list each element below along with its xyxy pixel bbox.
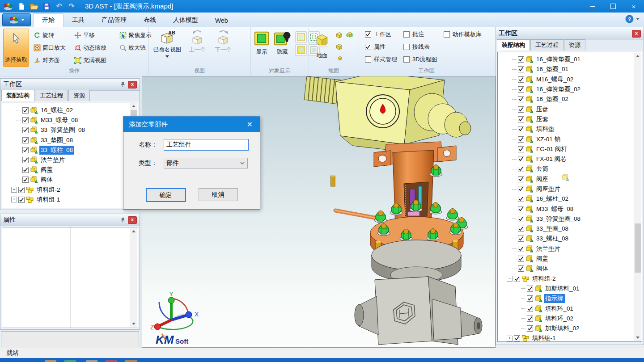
- checkbox-ws-wiring[interactable]: 接线表: [403, 43, 437, 51]
- tree-item-label[interactable]: 阀座垫片: [535, 185, 562, 194]
- tree-item-label[interactable]: 填料组-2: [35, 185, 62, 194]
- tree-item-label[interactable]: 填料环_01: [544, 304, 575, 313]
- tab-routing[interactable]: 布线: [135, 14, 165, 27]
- tool-rotate[interactable]: 旋转: [32, 29, 73, 41]
- close-panel-icon[interactable]: x: [632, 30, 641, 38]
- checkbox-icon[interactable]: [22, 167, 29, 173]
- cancel-button[interactable]: 取消: [199, 188, 238, 201]
- close-panel-icon[interactable]: x: [128, 81, 137, 88]
- tree-row[interactable]: FX-01 阀芯: [498, 154, 642, 164]
- tree-item-label[interactable]: 填料垫: [535, 125, 556, 134]
- pin-icon[interactable]: [119, 216, 126, 223]
- tree-row[interactable]: + 填料组-1: [2, 195, 138, 205]
- checkbox-icon[interactable]: [518, 196, 524, 202]
- tree-row[interactable]: 压套: [498, 114, 642, 124]
- display-hide-selected-button[interactable]: [295, 44, 307, 56]
- tree-item-label[interactable]: M33_螺母_08: [535, 205, 575, 214]
- checkbox-icon[interactable]: [527, 316, 533, 322]
- tree-row[interactable]: 指示牌: [498, 294, 642, 303]
- tree-row[interactable]: 法兰垫片: [498, 244, 642, 254]
- tree-row[interactable]: + 填料组-1: [498, 333, 642, 342]
- tree-item-label[interactable]: 填料组-1: [531, 334, 557, 342]
- tool-zoom-dynamic[interactable]: 动态缩放: [73, 42, 118, 53]
- close-button[interactable]: ×: [623, 0, 644, 13]
- tree-row[interactable]: 16_弹簧垫圈_01: [498, 55, 642, 64]
- checkbox-icon[interactable]: [518, 126, 524, 132]
- checkbox-ws-workspace[interactable]: 工作区: [365, 30, 397, 38]
- right-panel-tab[interactable]: 资源: [564, 39, 585, 51]
- checkbox-icon[interactable]: [518, 216, 524, 222]
- checkbox-icon[interactable]: [518, 136, 524, 143]
- tree-row[interactable]: 阀体: [2, 175, 138, 185]
- checkbox-icon[interactable]: [518, 156, 524, 162]
- tree-item-label[interactable]: 套筒: [535, 164, 550, 173]
- tree-item-label[interactable]: XZ-01 销: [535, 135, 562, 144]
- tree-item-label[interactable]: 16_垫圈_01: [535, 65, 570, 74]
- tree-row[interactable]: 阀盖: [2, 165, 138, 175]
- tree-item-label[interactable]: M33_螺母_08: [39, 116, 79, 125]
- tree-item-label[interactable]: 压盘: [535, 105, 550, 114]
- view-next-view-button[interactable]: 下一个: [210, 28, 236, 73]
- tree-item-label[interactable]: 16_弹簧垫圈_02: [535, 85, 582, 94]
- tree-row[interactable]: 填料环_01: [498, 303, 642, 313]
- tree-item-label[interactable]: 加斯填料_02: [544, 324, 581, 333]
- checkbox-icon[interactable]: [518, 66, 524, 72]
- tree-row[interactable]: 加斯填料_01: [498, 284, 642, 294]
- left-panel-tab[interactable]: 工艺过程: [35, 90, 68, 101]
- tree-row[interactable]: FG-01 阀杆: [498, 144, 642, 154]
- right-panel-tab[interactable]: 工艺过程: [530, 39, 564, 51]
- chevron-down-icon[interactable]: [636, 18, 640, 20]
- view-prev-view-button[interactable]: 上一个: [184, 28, 210, 73]
- tool-align-face[interactable]: 对齐面: [32, 55, 73, 66]
- tree-item-label[interactable]: FX-01 阀芯: [535, 155, 568, 164]
- type-select[interactable]: 部件: [164, 158, 248, 168]
- name-input[interactable]: [164, 139, 249, 151]
- ground-button[interactable]: 地面: [311, 29, 333, 70]
- ground-ground-cube-3-button[interactable]: [335, 54, 344, 63]
- tree-row[interactable]: M16_螺母_02: [498, 75, 642, 84]
- tab-web[interactable]: Web: [207, 15, 237, 27]
- tree-row[interactable]: 16_垫圈_01: [498, 64, 642, 74]
- app-menu-button[interactable]: [2, 13, 31, 26]
- checkbox-icon[interactable]: [514, 335, 520, 341]
- tree-item-label[interactable]: 填料环_02: [544, 314, 575, 323]
- checkbox-icon[interactable]: [518, 206, 524, 212]
- tab-tools[interactable]: 工具: [64, 14, 93, 27]
- checkbox-icon[interactable]: [514, 276, 520, 282]
- checkbox-icon[interactable]: [518, 106, 524, 113]
- tree-item-label[interactable]: 16_弹簧垫圈_01: [535, 55, 582, 64]
- scroll-up-icon[interactable]: [130, 103, 137, 109]
- tree-row[interactable]: XZ-01 销: [498, 134, 642, 144]
- redo-button[interactable]: ↷: [66, 1, 77, 11]
- scrollbar[interactable]: [634, 53, 641, 341]
- tree-row[interactable]: 16_螺柱_02: [498, 194, 642, 204]
- checkbox-icon[interactable]: [18, 197, 25, 203]
- tree-expander[interactable]: +: [11, 187, 17, 193]
- tab-product[interactable]: 产品管理: [93, 14, 135, 27]
- tree-row[interactable]: 16_弹簧垫圈_02: [498, 84, 642, 94]
- tree-row[interactable]: 阀座垫片: [498, 184, 642, 194]
- tree-item-label[interactable]: 16_螺柱_02: [39, 106, 74, 115]
- tool-zoom-window[interactable]: 窗口放大: [32, 42, 73, 53]
- tree-row[interactable]: + 填料组-2: [2, 185, 138, 195]
- tree-row[interactable]: 压盘: [498, 104, 642, 114]
- checkbox-icon[interactable]: [527, 325, 533, 332]
- tree-row[interactable]: 33_弹簧垫圈_08: [498, 214, 642, 224]
- tree-expander[interactable]: +: [507, 336, 513, 341]
- left-panel-tab[interactable]: 资源: [68, 90, 90, 101]
- checkbox-icon[interactable]: [18, 187, 25, 193]
- tree-item-label[interactable]: 33_弹簧垫圈_08: [535, 215, 582, 223]
- left-panel-tab[interactable]: 装配结构: [1, 90, 34, 101]
- checkbox-icon[interactable]: [527, 295, 533, 302]
- display-show-selected-button[interactable]: [295, 31, 307, 43]
- checkbox-icon[interactable]: [22, 147, 29, 153]
- tree-row[interactable]: 33_螺柱_08: [2, 145, 138, 155]
- tree-item-label[interactable]: 填料组-1: [35, 195, 62, 204]
- minimize-button[interactable]: [582, 0, 603, 13]
- checkbox-icon[interactable]: [22, 127, 29, 133]
- ground-ground-ring-button[interactable]: [345, 29, 354, 38]
- tree-item-label[interactable]: 33_弹簧垫圈_08: [39, 126, 86, 135]
- checkbox-icon[interactable]: [527, 306, 533, 312]
- scrollbar[interactable]: [130, 228, 137, 327]
- tree-row[interactable]: 33_螺柱_08: [498, 234, 642, 244]
